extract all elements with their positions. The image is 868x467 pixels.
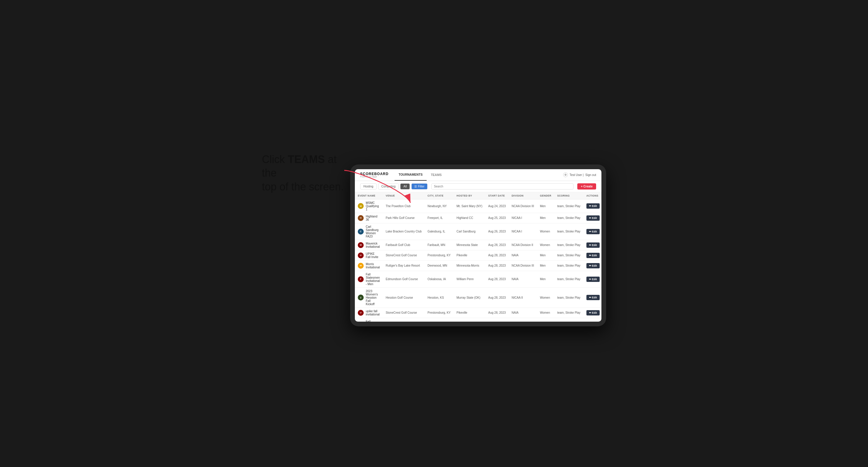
competing-filter-btn[interactable]: Competing — [378, 183, 399, 189]
search-area — [431, 183, 574, 189]
scoring-cell: team, Stroke Play — [554, 240, 584, 250]
event-name-cell: H Highland 36 — [355, 213, 383, 223]
division-cell: NAIA — [509, 271, 537, 287]
gender-cell: Men — [537, 213, 554, 223]
edit-icon: ✏ — [589, 264, 591, 267]
all-filter-btn[interactable]: All — [400, 183, 410, 189]
edit-btn[interactable]: ✏ Edit — [586, 277, 600, 282]
start-date-cell: Aug 28, 2023 — [485, 260, 509, 271]
city-cell: Newburgh, NY — [425, 199, 454, 213]
table-row: M Morris Invitational Ruttger's Bay Lake… — [355, 260, 601, 271]
venue-cell: Hesston Golf Course — [383, 287, 425, 308]
event-name[interactable]: 2023 Women's Hesston Fall Kickoff — [366, 289, 380, 306]
event-name[interactable]: Fall Statesmen Invitational - Men — [366, 273, 380, 286]
hosted-by-cell: Murray State (OK) — [454, 287, 485, 308]
scoring-cell: team, Stroke Play — [554, 318, 584, 322]
search-input[interactable] — [431, 183, 574, 189]
event-name-cell: U UPIKE Fall Invite — [355, 250, 383, 260]
tablet-frame: SCOREBOARD Powered by clippit TOURNAMENT… — [350, 164, 606, 326]
col-gender: GENDER — [537, 192, 554, 199]
actions-cell: ✏ Edit — [584, 318, 601, 322]
venue-cell: Park Hills Golf Course — [383, 213, 425, 223]
venue-cell: StoneCrest Golf Course — [383, 308, 425, 318]
actions-cell: ✏ Edit — [584, 240, 601, 250]
city-cell: Oskaloosa, IA — [425, 318, 454, 322]
start-date-cell: Aug 28, 2023 — [485, 250, 509, 260]
gender-cell: Men — [537, 250, 554, 260]
division-cell: NCAA Division III — [509, 199, 537, 213]
edit-btn[interactable]: ✏ Edit — [586, 243, 600, 248]
filter-btn[interactable]: ☰ Filter — [411, 183, 427, 189]
city-cell: Deerwood, MN — [425, 260, 454, 271]
start-date-cell: Aug 26, 2023 — [485, 223, 509, 240]
nav-links: TOURNAMENTS TEAMS — [395, 169, 563, 181]
division-cell: NCAA Division III — [509, 260, 537, 271]
scoring-cell: team, Stroke Play — [554, 271, 584, 287]
edit-btn[interactable]: ✏ Edit — [586, 229, 600, 234]
city-cell: Prestonsburg, KY — [425, 308, 454, 318]
event-name[interactable]: Fall Statesmen Invitational - Women — [366, 320, 380, 322]
table-row: H Highland 36 Park Hills Golf Course Fre… — [355, 213, 601, 223]
city-cell: Freeport, IL — [425, 213, 454, 223]
edit-btn[interactable]: ✏ Edit — [586, 215, 600, 221]
scoring-cell: team, Stroke Play — [554, 250, 584, 260]
event-name-cell: M Morris Invitational — [355, 260, 383, 271]
edit-icon: ✏ — [589, 254, 591, 257]
edit-icon: ✏ — [589, 230, 591, 233]
edit-icon: ✏ — [589, 217, 591, 220]
create-btn[interactable]: + Create — [577, 183, 596, 189]
col-event-name: EVENT NAME — [355, 192, 383, 199]
table-row: U upike fall invitational StoneCrest Gol… — [355, 308, 601, 318]
table-row: F Fall Statesmen Invitational - Women Ed… — [355, 318, 601, 322]
event-name[interactable]: upike fall invitational — [366, 310, 380, 316]
venue-cell: Edmundson Golf Course — [383, 271, 425, 287]
edit-btn[interactable]: ✏ Edit — [586, 203, 600, 209]
start-date-cell: Aug 24, 2023 — [485, 199, 509, 213]
edit-btn[interactable]: ✏ Edit — [586, 253, 600, 258]
col-scoring: SCORING — [554, 192, 584, 199]
event-name[interactable]: Maverick Invitational — [366, 242, 380, 248]
scoring-cell: team, Stroke Play — [554, 223, 584, 240]
nav-signout[interactable]: Sign out — [585, 173, 596, 177]
settings-icon[interactable]: ⚙ — [563, 173, 568, 177]
division-cell: NAIA — [509, 318, 537, 322]
event-name[interactable]: UPIKE Fall Invite — [366, 252, 380, 259]
actions-cell: ✏ Edit — [584, 223, 601, 240]
nav-link-teams[interactable]: TEAMS — [427, 169, 446, 181]
nav-user: Test User | — [570, 173, 584, 177]
hosted-by-cell: Pikeville — [454, 308, 485, 318]
nav-link-tournaments[interactable]: TOURNAMENTS — [395, 169, 427, 181]
hosted-by-cell: William Penn — [454, 318, 485, 322]
division-cell: NAIA — [509, 250, 537, 260]
toolbar: Hosting Competing All ☰ Filter + Create — [355, 181, 601, 192]
nav-right: ⚙ Test User | Sign out — [563, 173, 596, 177]
edit-icon: ✏ — [589, 311, 591, 314]
gender-cell: Men — [537, 271, 554, 287]
edit-btn[interactable]: ✏ Edit — [586, 263, 600, 268]
instruction-block: Click TEAMS at thetop of the screen. — [262, 153, 350, 194]
start-date-cell: Aug 25, 2023 — [485, 213, 509, 223]
event-name[interactable]: MSMC Qualifying 1 — [366, 201, 380, 211]
logo-title: SCOREBOARD — [360, 172, 389, 176]
event-name[interactable]: Highland 36 — [366, 215, 380, 221]
edit-icon: ✏ — [589, 278, 591, 281]
city-cell: Galesburg, IL — [425, 223, 454, 240]
table-row: 2 2023 Women's Hesston Fall Kickoff Hess… — [355, 287, 601, 308]
city-cell: Prestonsburg, KY — [425, 250, 454, 260]
filter-icon: ☰ — [414, 185, 417, 188]
edit-btn[interactable]: ✏ Edit — [586, 295, 600, 300]
edit-btn[interactable]: ✏ Edit — [586, 310, 600, 315]
table-row: M Maverick Invitational Faribault Golf C… — [355, 240, 601, 250]
event-name[interactable]: Carl Sandburg Women FA23 — [366, 225, 380, 238]
gender-cell: Men — [537, 260, 554, 271]
table-row: F Fall Statesmen Invitational - Men Edmu… — [355, 271, 601, 287]
hosting-filter-btn[interactable]: Hosting — [360, 183, 377, 189]
venue-cell: Faribault Golf Club — [383, 240, 425, 250]
team-logo: 2 — [358, 294, 364, 301]
gender-cell: Women — [537, 308, 554, 318]
start-date-cell: Aug 28, 2023 — [485, 318, 509, 322]
edit-icon: ✏ — [589, 205, 591, 208]
table-row: C Carl Sandburg Women FA23 Lake Bracken … — [355, 223, 601, 240]
venue-cell: The Powelton Club — [383, 199, 425, 213]
event-name[interactable]: Morris Invitational — [366, 262, 380, 269]
